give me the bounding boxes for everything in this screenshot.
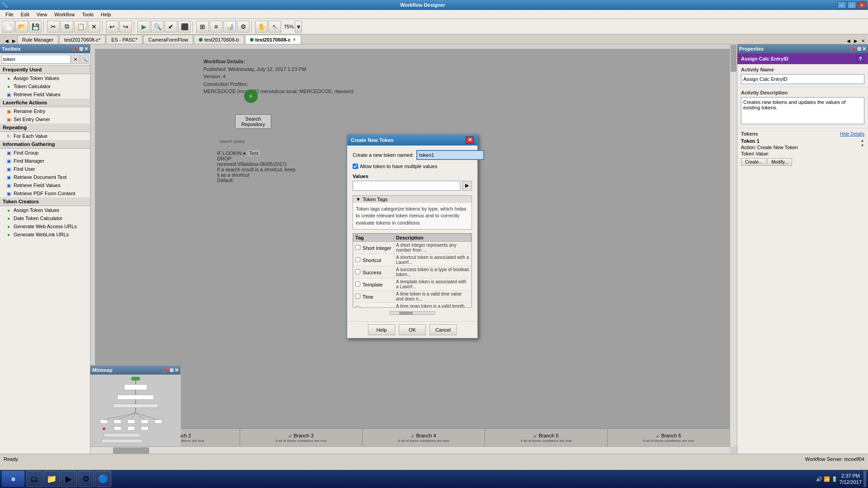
search-repository-button[interactable]: 🔍 (151, 21, 164, 33)
values-input[interactable] (353, 181, 460, 191)
zoom-dropdown[interactable]: ▾ (295, 21, 302, 33)
save-button[interactable]: 💾 (29, 21, 42, 33)
grid-button[interactable]: ⊞ (196, 21, 209, 33)
activity-name-input[interactable] (741, 74, 864, 84)
menu-file[interactable]: File (2, 11, 17, 18)
activity-description-textarea[interactable] (741, 97, 864, 124)
close-button[interactable]: ✕ (857, 1, 866, 9)
taskbar-app-3[interactable]: ⚙ (78, 471, 94, 487)
tag-checkbox[interactable] (355, 245, 360, 250)
redo-button[interactable]: ↪ (119, 21, 132, 33)
menu-help[interactable]: Help (97, 11, 115, 18)
tab-close-button[interactable]: ✕ (292, 38, 296, 42)
toolbox-close[interactable]: ✕ (84, 46, 88, 52)
start-button[interactable]: ⊞ (2, 471, 24, 487)
horizontal-scrollbar[interactable] (90, 446, 730, 454)
props-expand[interactable]: ⊞ (857, 46, 861, 52)
modify-token-button[interactable]: Modify... (767, 158, 792, 166)
tab-scroll-right[interactable]: ▶ (853, 38, 859, 44)
tab-next[interactable]: ▶ (11, 38, 17, 44)
tag-row[interactable]: Time A time token is a valid time value … (354, 291, 472, 303)
validate-button[interactable]: ✔ (165, 21, 177, 33)
minimap-close[interactable]: ✕ (175, 367, 179, 373)
toolbox-expand[interactable]: ⊞ (79, 46, 83, 52)
new-button[interactable]: 📄 (2, 21, 14, 33)
toolbox-item-find-manager[interactable]: ▣ Find Manager (0, 157, 90, 165)
menu-edit[interactable]: Edit (17, 11, 33, 18)
toolbox-item-date-token-calc[interactable]: ● Date Token Calculator (0, 214, 90, 222)
tab-es-pasc[interactable]: ES - PASC* (106, 35, 142, 44)
props-pin[interactable]: 📌 (850, 46, 856, 52)
tags-table-container[interactable]: Tag Description Short Integer A short in… (353, 233, 472, 308)
toolbox-item-find-user[interactable]: ▣ Find User (0, 165, 90, 173)
toolbox-pin[interactable]: 📌 (72, 46, 78, 52)
tab-test3[interactable]: test20170608-c ✕ (245, 35, 301, 44)
tag-checkbox[interactable] (355, 294, 360, 299)
tag-checkbox[interactable] (355, 282, 360, 286)
toolbox-item-rename-entry[interactable]: ▣ Rename Entry (0, 107, 90, 115)
select-tool[interactable]: ↖ (269, 21, 281, 33)
section-repeating[interactable]: Repeating (0, 123, 90, 132)
props-close[interactable]: ✕ (862, 46, 866, 52)
tag-checkbox[interactable] (355, 306, 360, 308)
menu-view[interactable]: View (33, 11, 51, 18)
toolbox-item-retrieve-pdf[interactable]: ▣ Retrieve PDF Form Content (0, 189, 90, 197)
create-token-button[interactable]: Create... (741, 158, 766, 166)
delete-button[interactable]: ✕ (88, 21, 100, 33)
undo-button[interactable]: ↩ (106, 21, 118, 33)
section-laserfiche-actions[interactable]: Laserfiche Actions (0, 99, 90, 107)
token-up-button[interactable]: ▲ (860, 138, 864, 143)
toolbox-item-assign-token-values-2[interactable]: ● Assign Token Values (0, 206, 90, 214)
copy-button[interactable]: ⧉ (61, 21, 73, 33)
tab-camera[interactable]: CameraFormFlow (143, 35, 193, 44)
tab-test1[interactable]: test20170608-c* (59, 35, 105, 44)
tag-row[interactable]: Template A template token is associated … (354, 278, 472, 291)
values-browse-button[interactable]: ▶ (462, 181, 472, 191)
settings-button[interactable]: ⚙ (237, 21, 250, 33)
cancel-button[interactable]: Cancel (429, 324, 457, 335)
toolbox-item-token-calculator[interactable]: ● Token Calculator (0, 82, 90, 90)
cut-button[interactable]: ✂ (47, 21, 60, 33)
toolbox-item-for-each-value[interactable]: ↻ For Each Value (0, 132, 90, 140)
run-button[interactable]: ▶ (137, 21, 150, 33)
show-desktop[interactable] (863, 471, 866, 487)
section-token-creators[interactable]: Token Creators (0, 197, 90, 206)
toolbox-item-generate-weblink[interactable]: ● Generate WebLink URLs (0, 230, 90, 239)
hide-details-link[interactable]: Hide Details (840, 131, 864, 136)
section-frequently-used[interactable]: Frequently Used (0, 66, 90, 74)
toolbox-item-assign-token-values[interactable]: ● Assign Token Values (0, 74, 90, 82)
modal-close-button[interactable]: ✕ (466, 136, 474, 144)
allow-multiple-checkbox[interactable] (353, 164, 358, 169)
help-button[interactable]: Help (368, 324, 395, 335)
hand-tool[interactable]: ✋ (255, 21, 268, 33)
paste-button[interactable]: 📋 (74, 21, 87, 33)
toolbox-search-input[interactable] (1, 55, 71, 64)
chart-button[interactable]: 📊 (223, 21, 236, 33)
taskbar-app-0[interactable]: 🗂 (26, 471, 42, 487)
toolbox-item-set-entry-owner[interactable]: ▣ Set Entry Owner (0, 115, 90, 123)
toolbox-search-clear[interactable]: ✕ (71, 55, 80, 64)
tag-row[interactable]: Shortcut A shortcut token is associated … (354, 254, 472, 266)
workflow-canvas[interactable]: Workflow Details: Published: Wednesday, … (95, 49, 730, 446)
toolbox-item-generate-web-access[interactable]: ● Generate Web Access URLs (0, 222, 90, 230)
tag-checkbox[interactable] (355, 269, 360, 274)
tab-scroll-left[interactable]: ◀ (845, 38, 852, 44)
maximize-button[interactable]: □ (847, 1, 856, 9)
vertical-scrollbar[interactable] (730, 44, 737, 446)
toolbox-item-retrieve-field-values-2[interactable]: ▣ Retrieve Field Values (0, 181, 90, 189)
toolbox-item-find-group[interactable]: ▣ Find Group (0, 149, 90, 157)
list-button[interactable]: ≡ (210, 21, 222, 33)
taskbar-app-2[interactable]: ▶ (61, 471, 77, 487)
minimap-expand[interactable]: ⊞ (170, 367, 174, 373)
tab-rule-manager[interactable]: Rule Manager (17, 35, 58, 44)
toolbox-item-retrieve-doc-text[interactable]: ▣ Retrieve Document Text (0, 173, 90, 181)
toolbox-search-submit[interactable]: 🔍 (80, 55, 89, 64)
tag-row[interactable]: Short Integer A short integer represents… (354, 242, 472, 254)
ok-button[interactable]: OK (399, 324, 426, 335)
activity-help-button[interactable]: ? (856, 55, 864, 62)
tab-close-all[interactable]: ✕ (860, 38, 866, 44)
taskbar-app-1[interactable]: 📁 (43, 471, 60, 487)
open-button[interactable]: 📂 (15, 21, 28, 33)
stop-button[interactable]: ⬛ (178, 21, 191, 33)
tag-checkbox[interactable] (355, 257, 360, 262)
